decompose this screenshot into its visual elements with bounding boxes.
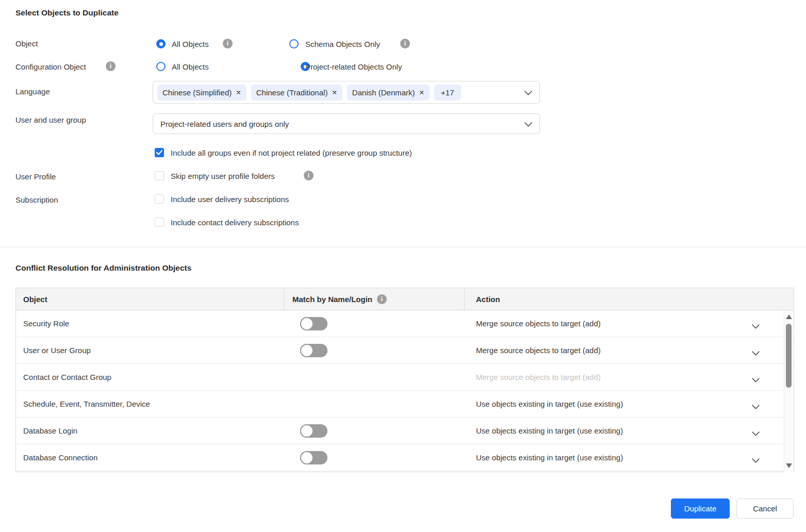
table-row: User or User Group Merge source objects … (16, 337, 794, 364)
match-toggle[interactable] (300, 317, 327, 330)
schema-objects-info-icon[interactable]: i (400, 39, 410, 48)
scroll-up-icon[interactable] (786, 314, 792, 319)
match-cell (284, 317, 465, 330)
table-row: Schedule, Event, Transmitter, Device Use… (16, 391, 794, 418)
remove-tag-icon[interactable]: ✕ (332, 89, 337, 96)
user-and-user-group-label: User and user group (15, 115, 86, 124)
chevron-down-icon[interactable] (524, 120, 532, 128)
chevron-down-icon[interactable] (752, 402, 760, 411)
language-tag-label: Chinese (Traditional) (256, 88, 328, 97)
user-group-select[interactable]: Project-related users and groups only (153, 113, 540, 134)
language-tag: Chinese (Traditional) ✕ (251, 85, 342, 101)
language-tag: Danish (Denmark) ✕ (347, 85, 430, 101)
radio-all-objects-label[interactable]: All Objects (172, 40, 209, 48)
object-cell: Security Role (16, 319, 284, 328)
radio-schema-objects-only[interactable] (289, 39, 299, 48)
skip-empty-profile-checkbox[interactable] (155, 171, 164, 180)
remove-tag-icon[interactable]: ✕ (419, 89, 424, 96)
match-toggle[interactable] (300, 344, 327, 357)
table-scrollbar[interactable] (784, 310, 793, 472)
action-cell: Merge source objects to target (add) (465, 373, 794, 381)
action-cell: Use objects existing in target (use exis… (465, 426, 794, 435)
radio-schema-objects-only-label[interactable]: Schema Objects Only (305, 40, 380, 48)
language-tag-label: Danish (Denmark) (352, 88, 415, 97)
language-tag: Chinese (Simplified) ✕ (157, 85, 246, 101)
object-cell: Schedule, Event, Transmitter, Device (16, 400, 284, 408)
conflict-resolution-section-title: Conflict Resolution for Administration O… (15, 263, 191, 273)
action-cell: Merge source objects to target (add) (465, 319, 794, 328)
language-label: Language (15, 87, 50, 96)
partial-row (16, 471, 794, 477)
object-cell: Database Connection (16, 453, 284, 462)
action-select-value: Merge source objects to target (add) (476, 373, 601, 381)
match-cell (284, 344, 465, 357)
object-cell: Contact or Contact Group (16, 373, 284, 381)
action-cell: Merge source objects to target (add) (465, 346, 794, 355)
scrollbar-thumb[interactable] (786, 324, 792, 388)
radio-config-all-objects-label[interactable]: All Objects (172, 62, 209, 71)
skip-empty-profile-info-icon[interactable]: i (304, 171, 314, 180)
chevron-down-icon[interactable] (752, 456, 760, 464)
chevron-down-icon[interactable] (752, 375, 760, 384)
remove-tag-icon[interactable]: ✕ (236, 89, 241, 96)
conflict-resolution-table: Object Match by Name/Login i Action Secu… (15, 288, 794, 472)
select-objects-section-title: Select Objects to Duplicate (15, 8, 119, 18)
contact-delivery-subscriptions-checkbox[interactable] (155, 218, 164, 227)
language-multiselect[interactable]: Chinese (Simplified) ✕ Chinese (Traditio… (153, 81, 540, 104)
match-by-name-info-icon[interactable]: i (377, 294, 387, 304)
column-header-action: Action (465, 288, 794, 310)
contact-delivery-subscriptions-label[interactable]: Include contact delivery subscriptions (171, 218, 299, 227)
skip-empty-profile-label[interactable]: Skip empty user profile folders (171, 172, 275, 180)
object-cell: Database Login (16, 426, 284, 435)
match-cell (284, 451, 465, 464)
radio-project-related-objects-only-label[interactable]: Project-related Objects Only (305, 62, 402, 71)
duplicate-project-dialog: Select Objects to Duplicate Object All O… (0, 0, 806, 532)
action-select-value[interactable]: Use objects existing in target (use exis… (476, 453, 623, 462)
radio-all-objects[interactable] (156, 39, 166, 48)
action-cell: Use objects existing in target (use exis… (465, 400, 794, 408)
include-all-groups-checkbox[interactable] (155, 148, 164, 157)
radio-config-all-objects[interactable] (156, 62, 166, 71)
action-select-value[interactable]: Use objects existing in target (use exis… (476, 426, 623, 435)
column-header-object: Object (16, 288, 284, 310)
subscription-label: Subscription (15, 195, 58, 204)
configuration-object-info-icon[interactable]: i (106, 61, 116, 71)
column-header-match: Match by Name/Login i (284, 288, 465, 310)
match-toggle[interactable] (300, 424, 327, 438)
object-label: Object (15, 39, 38, 48)
match-toggle[interactable] (300, 451, 327, 464)
object-cell: User or User Group (16, 346, 284, 355)
table-row: Contact or Contact Group Merge source ob… (16, 364, 794, 391)
cancel-button[interactable]: Cancel (736, 498, 794, 519)
user-delivery-subscriptions-checkbox[interactable] (155, 194, 164, 204)
chevron-down-icon[interactable] (752, 348, 760, 357)
chevron-down-icon[interactable] (752, 429, 760, 438)
include-all-groups-label[interactable]: Include all groups even if not project r… (171, 148, 412, 157)
scroll-down-icon[interactable] (786, 463, 792, 468)
table-row: Database Login Use objects existing in t… (16, 418, 794, 444)
configuration-object-label: Configuration Object (15, 62, 86, 71)
language-overflow-badge[interactable]: +17 (434, 85, 460, 101)
table-row: Database Connection Use objects existing… (16, 444, 794, 471)
chevron-down-icon[interactable] (524, 88, 532, 97)
section-divider (0, 247, 806, 247)
action-select-value[interactable]: Merge source objects to target (add) (476, 319, 601, 328)
user-group-select-value: Project-related users and groups only (160, 120, 289, 128)
check-icon (156, 150, 162, 155)
duplicate-button[interactable]: Duplicate (671, 498, 730, 519)
user-profile-label: User Profile (15, 172, 56, 181)
table-header-row: Object Match by Name/Login i Action (16, 288, 794, 310)
language-tag-label: Chinese (Simplified) (162, 88, 232, 97)
match-cell (284, 424, 465, 438)
action-select-value[interactable]: Use objects existing in target (use exis… (476, 400, 623, 408)
table-row: Security Role Merge source objects to ta… (16, 310, 794, 337)
action-select-value[interactable]: Merge source objects to target (add) (476, 346, 601, 355)
user-delivery-subscriptions-label[interactable]: Include user delivery subscriptions (171, 195, 289, 204)
all-objects-info-icon[interactable]: i (223, 39, 233, 48)
chevron-down-icon[interactable] (752, 322, 760, 330)
action-cell: Use objects existing in target (use exis… (465, 453, 794, 462)
